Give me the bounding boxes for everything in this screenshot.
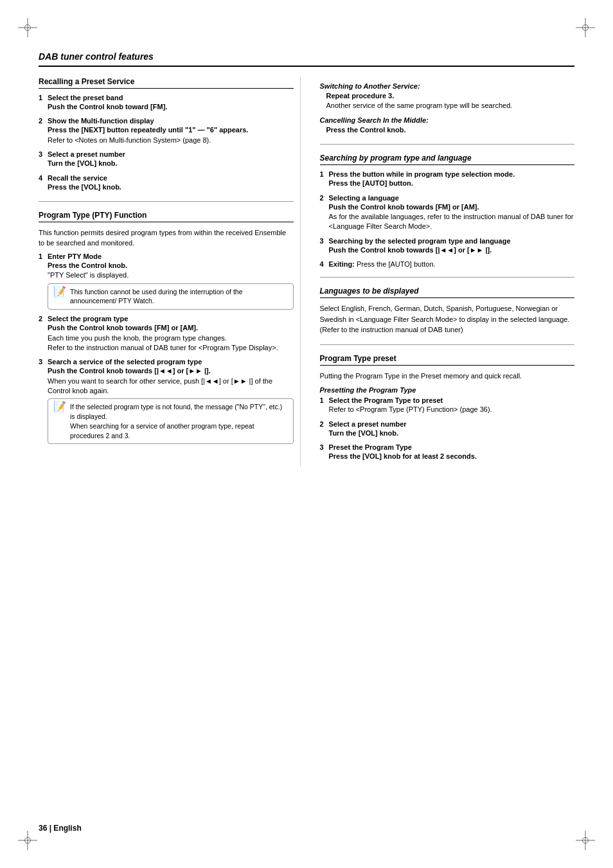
pty-intro: This function permits desired program ty… (39, 227, 294, 249)
languages-section-title: Languages to be displayed (320, 287, 575, 298)
searching-section-title: Searching by program type and language (320, 154, 575, 165)
step-1-preset: 1 Select the preset band Push the Contro… (39, 94, 294, 112)
search-step-number-2: 2 (320, 194, 324, 202)
pty-step-2: 2 Select the program type Push the Contr… (39, 315, 294, 353)
step-3-body: Turn the [VOL] knob. (48, 159, 294, 168)
step-2-title: Show the Multi-function display (48, 117, 294, 125)
page-footer: 36 | English (39, 824, 82, 833)
pty-step-1: 1 Enter PTY Mode Press the Control knob.… (39, 252, 294, 310)
corner-crosshair-bl (18, 831, 37, 850)
pty-step-number-1: 1 (39, 252, 42, 260)
step-1-title: Select the preset band (48, 94, 294, 102)
search-step-3: 3 Searching by the selected program type… (320, 237, 575, 255)
note-text-2: If the selected program type is not foun… (70, 402, 288, 440)
search-step-3-body: Push the Control knob towards [|◄◄] or [… (329, 245, 575, 255)
search-step-number-3: 3 (320, 237, 324, 245)
preset-step-2: 2 Select a preset number Turn the [VOL] … (320, 420, 575, 438)
preset-step-number-1: 1 (320, 396, 324, 404)
pty-step-1-title: Enter PTY Mode (48, 252, 294, 260)
pty-step-2-body: Push the Control knob towards [FM] or [A… (48, 323, 294, 353)
step-4-title: Recall the service (48, 174, 294, 182)
search-step-3-title: Searching by the selected program type a… (329, 237, 575, 245)
pty-step-3-title: Search a service of the selected program… (48, 358, 294, 366)
section-pty-title: Program Type (PTY) Function (39, 211, 294, 222)
search-step-1: 1 Press the button while in program type… (320, 170, 575, 188)
switching-body: Repeat procedure 3. Another service of t… (320, 91, 575, 111)
preset-step-number-3: 3 (320, 443, 324, 451)
preset-step-3-title: Preset the Program Type (329, 443, 575, 451)
preset-step-1: 1 Select the Program Type to preset Refe… (320, 396, 575, 414)
program-type-preset-title: Program Type preset (320, 354, 575, 366)
search-step-2-body: Push the Control knob towards [FM] or [A… (329, 202, 575, 232)
step-4-preset: 4 Recall the service Press the [VOL] kno… (39, 174, 294, 192)
step-number-3: 3 (39, 150, 42, 158)
section-recalling-title: Recalling a Preset Service (39, 77, 294, 89)
pty-step-number-2: 2 (39, 315, 42, 323)
step-1-body: Push the Control knob toward [FM]. (48, 102, 294, 112)
step-3-title: Select a preset number (48, 150, 294, 158)
search-step-1-title: Press the button while in program type s… (329, 170, 575, 178)
presetting-heading: Presetting the Program Type (320, 386, 575, 394)
step-2-preset: 2 Show the Multi-function display Press … (39, 117, 294, 145)
step-2-body: Press the [NEXT] button repeatedly until… (48, 125, 294, 145)
search-step-2: 2 Selecting a language Push the Control … (320, 194, 575, 232)
step-4-body: Press the [VOL] knob. (48, 182, 294, 192)
search-step-number-4: 4 (320, 260, 324, 268)
preset-step-1-body: Refer to <Program Type (PTY) Function> (… (329, 405, 575, 414)
corner-crosshair-tr (576, 18, 595, 37)
content-area: DAB tuner control features Recalling a P… (39, 51, 574, 817)
switching-heading: Switching to Another Service: (320, 82, 575, 90)
preset-step-number-2: 2 (320, 420, 324, 428)
search-step-number-1: 1 (320, 170, 324, 178)
step-number-2: 2 (39, 117, 42, 125)
step-3-preset: 3 Select a preset number Turn the [VOL] … (39, 150, 294, 168)
preset-step-3: 3 Preset the Program Type Press the [VOL… (320, 443, 575, 461)
corner-crosshair-tl (18, 18, 37, 37)
search-step-2-title: Selecting a language (329, 194, 575, 202)
program-type-preset-intro: Putting the Program Type in the Preset m… (320, 371, 575, 382)
corner-crosshair-br (576, 831, 595, 850)
note-text-1: This function cannot be used during the … (70, 287, 288, 306)
pty-note-1: 📝 This function cannot be used during th… (48, 283, 294, 310)
languages-body: Select English, French, German, Dutch, S… (320, 303, 575, 335)
pty-step-3-body: Push the Control knob towards [|◄◄] or [… (48, 366, 294, 396)
pty-step-2-title: Select the program type (48, 315, 294, 323)
cancelling-heading: Cancelling Search In the Middle: (320, 116, 575, 124)
pty-step-1-body: Press the Control knob. "PTY Select" is … (48, 261, 294, 281)
page-title: DAB tuner control features (39, 51, 574, 67)
note-icon-2: 📝 (53, 402, 66, 412)
step-number-1: 1 (39, 94, 42, 102)
search-step-4-title: Exiting: Press the [AUTO] button. (329, 260, 575, 268)
search-step-4: 4 Exiting: Press the [AUTO] button. (320, 260, 575, 268)
two-col-layout: Recalling a Preset Service 1 Select the … (39, 77, 574, 466)
preset-step-1-title: Select the Program Type to preset (329, 396, 575, 404)
pty-step-3: 3 Search a service of the selected progr… (39, 358, 294, 444)
preset-step-2-title: Select a preset number (329, 420, 575, 428)
cancelling-body: Press the Control knob. (320, 125, 575, 135)
right-column: Switching to Another Service: Repeat pro… (314, 77, 575, 466)
pty-note-2: 📝 If the selected program type is not fo… (48, 398, 294, 444)
step-number-4: 4 (39, 174, 42, 182)
preset-step-2-body: Turn the [VOL] knob. (329, 429, 575, 438)
pty-step-number-3: 3 (39, 358, 42, 366)
left-column: Recalling a Preset Service 1 Select the … (39, 77, 301, 466)
note-icon-1: 📝 (53, 287, 66, 297)
search-step-1-body: Press the [AUTO] button. (329, 179, 575, 188)
preset-step-3-body: Press the [VOL] knob for at least 2 seco… (329, 452, 575, 461)
page-container: DAB tuner control features Recalling a P… (0, 0, 613, 868)
